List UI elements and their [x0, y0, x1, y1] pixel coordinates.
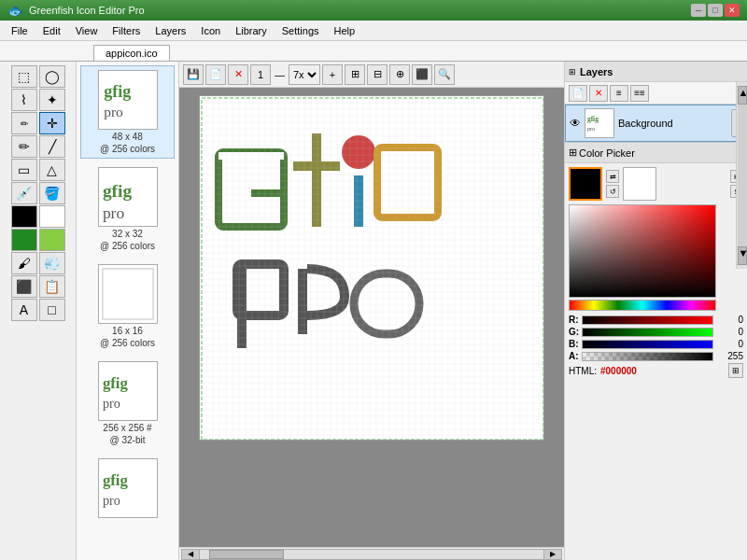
layer-visibility-icon[interactable]: 👁 [570, 117, 581, 130]
minimize-button[interactable]: ─ [691, 4, 706, 17]
svg-rect-6 [99, 265, 157, 323]
right-scrollbar[interactable]: ▲ ▼ [736, 82, 747, 269]
triangle-tool[interactable]: △ [39, 159, 65, 181]
menu-filters[interactable]: Filters [105, 23, 148, 38]
scroll-down-btn[interactable]: ▼ [738, 246, 747, 265]
menu-edit[interactable]: Edit [35, 23, 68, 38]
swap-colors-button[interactable]: ⇄ [606, 170, 619, 183]
zoom-fit-button[interactable]: 🔍 [434, 64, 455, 85]
h-scroll-thumb[interactable] [209, 550, 284, 559]
add-button[interactable]: + [322, 64, 343, 85]
menu-layers[interactable]: Layers [148, 23, 193, 38]
flood-fill-tool[interactable]: 🪣 [39, 182, 65, 204]
menu-library[interactable]: Library [228, 23, 275, 38]
html-value[interactable]: #000000 [600, 366, 637, 376]
lime-color[interactable] [39, 229, 65, 251]
new-button[interactable]: 📄 [205, 64, 226, 85]
green-slider[interactable] [582, 328, 713, 337]
text-tool[interactable]: A [11, 299, 37, 321]
zoom-select[interactable]: 7x 1x 2x 4x 8x [289, 64, 320, 85]
icon-item-32[interactable]: gfig pro 32 x 32 @ 256 colors [80, 162, 175, 256]
eraser-tool[interactable]: ✏ [11, 112, 37, 134]
icon-colors-48: @ 256 colors [100, 144, 155, 154]
reset-colors-button[interactable]: ↺ [606, 185, 619, 198]
file-tab[interactable]: appicon.ico [93, 45, 170, 61]
eyedropper-tool[interactable]: 💉 [11, 182, 37, 204]
paint-brush-tool[interactable]: 🖌 [11, 252, 37, 274]
menu-help[interactable]: Help [327, 23, 363, 38]
icon-thumb-48: gfig pro [98, 70, 158, 130]
menu-file[interactable]: File [4, 23, 35, 38]
tool-row-4: ✏ ╱ [2, 135, 74, 158]
layers-section: ⊞ Layers 📄 ✕ ≡ ≡≡ 👁 gfig pro [565, 62, 747, 143]
select-ellipse-tool[interactable]: ◯ [39, 65, 65, 88]
save-button[interactable]: 💾 [183, 64, 204, 85]
stamp-tool[interactable]: 📋 [39, 275, 65, 298]
tool-row-1: ⬚ ◯ [2, 65, 74, 88]
new-layer-button[interactable]: 📄 [569, 85, 587, 102]
red-value: 0 [717, 315, 743, 325]
svg-rect-19 [312, 133, 321, 227]
layers-header[interactable]: ⊞ Layers [565, 62, 747, 82]
select-rect-tool[interactable]: ⬚ [11, 65, 37, 88]
main-layout: ⬚ ◯ ⌇ ✦ ✏ ✛ ✏ ╱ ▭ △ 💉 🪣 [0, 62, 747, 560]
background-color[interactable] [39, 205, 65, 228]
icon-item-48[interactable]: gfig pro 48 x 48 @ 256 colors [80, 65, 175, 159]
alpha-value: 255 [717, 351, 743, 361]
smudge-tool[interactable]: ⬛ [11, 275, 37, 298]
close-icon-button[interactable]: ✕ [228, 64, 248, 85]
svg-point-21 [342, 135, 375, 169]
icon-size-32: 32 x 32 [112, 229, 143, 239]
icon-item-16[interactable]: 16 x 16 @ 256 colors [80, 259, 175, 353]
color-swatches: ⇄ ↺ H S [569, 167, 743, 201]
h-scroll-track[interactable] [200, 549, 543, 560]
pixel-canvas[interactable]: // We'll draw the grid via JS below [199, 95, 544, 441]
menu-icon[interactable]: Icon [193, 23, 228, 38]
view-grid-button[interactable]: ⊞ [345, 64, 365, 85]
layer-background[interactable]: 👁 gfig pro Background [565, 105, 747, 142]
magic-wand-tool[interactable]: ✦ [39, 89, 65, 111]
menu-view[interactable]: View [68, 23, 106, 38]
scroll-right-btn[interactable]: ▶ [543, 549, 562, 560]
color-picker-header[interactable]: ⊞ Color Picker [565, 143, 747, 163]
delete-layer-button[interactable]: ✕ [589, 85, 608, 102]
maximize-button[interactable]: □ [708, 4, 723, 17]
scroll-left-btn[interactable]: ◀ [181, 549, 200, 560]
windows-logo-button[interactable]: ⊞ [728, 363, 743, 378]
line-tool[interactable]: ╱ [39, 135, 65, 158]
scroll-up-btn[interactable]: ▲ [738, 86, 747, 105]
layers-expand-icon: ⊞ [569, 67, 576, 77]
red-slider[interactable] [582, 315, 713, 325]
icon-item-extra[interactable]: gfig pro [80, 454, 175, 526]
background-swatch[interactable] [623, 167, 656, 201]
svg-text:gfig: gfig [104, 82, 131, 101]
canvas-wrapper[interactable]: // We'll draw the grid via JS below [179, 88, 564, 547]
view-mode-button[interactable]: ⊟ [367, 64, 388, 85]
foreground-color[interactable] [11, 205, 37, 228]
h-scrollbar[interactable]: ◀ ▶ [179, 547, 564, 560]
green-slider-row: G: 0 [569, 327, 743, 337]
view-black-button[interactable]: ⬛ [412, 64, 432, 85]
close-button[interactable]: ✕ [725, 4, 740, 17]
pencil-tool[interactable]: ✏ [11, 135, 37, 158]
lasso-tool[interactable]: ⌇ [11, 89, 37, 111]
merge-layer-button[interactable]: ≡ [610, 85, 628, 102]
hue-slider[interactable] [569, 300, 716, 311]
green-value: 0 [717, 327, 743, 337]
alpha-slider[interactable] [582, 352, 713, 361]
move-tool[interactable]: ✛ [39, 112, 65, 134]
extra-tool[interactable]: □ [39, 299, 65, 321]
view-center-button[interactable]: ⊕ [389, 64, 410, 85]
flatten-layer-button[interactable]: ≡≡ [630, 85, 649, 102]
size-button[interactable]: 1 [250, 64, 271, 85]
blue-slider[interactable] [582, 340, 713, 349]
v-scroll-track[interactable] [738, 105, 747, 246]
spray-tool[interactable]: 💨 [39, 252, 65, 274]
menu-settings[interactable]: Settings [275, 23, 327, 38]
alpha-label: A: [569, 351, 578, 361]
rectangle-tool[interactable]: ▭ [11, 159, 37, 181]
color-gradient-picker[interactable] [569, 204, 716, 298]
green-color[interactable] [11, 229, 37, 251]
foreground-swatch[interactable] [569, 167, 602, 201]
icon-item-256[interactable]: gfig pro 256 x 256 # @ 32-bit [80, 357, 175, 450]
